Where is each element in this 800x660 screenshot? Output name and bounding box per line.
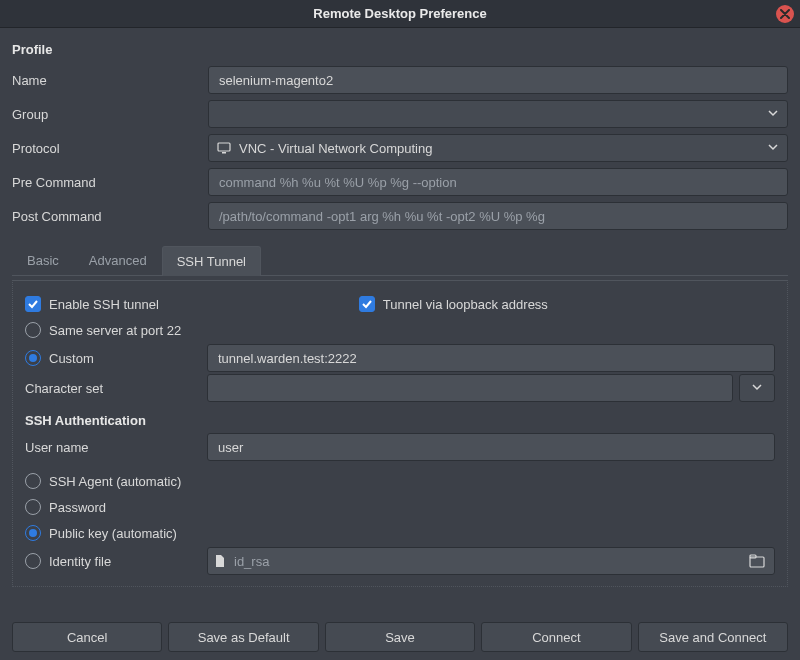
- checkmark-icon: [27, 298, 39, 310]
- password-radio[interactable]: Password: [25, 494, 775, 520]
- svg-rect-1: [222, 152, 226, 154]
- tab-advanced[interactable]: Advanced: [74, 245, 162, 275]
- loopback-label: Tunnel via loopback address: [383, 297, 548, 312]
- ssh-auth-heading: SSH Authentication: [25, 413, 775, 428]
- password-label: Password: [49, 500, 106, 515]
- tab-ssh-tunnel[interactable]: SSH Tunnel: [162, 246, 261, 276]
- charset-field[interactable]: [216, 380, 724, 397]
- post-command-label: Post Command: [12, 209, 202, 224]
- public-key-radio[interactable]: Public key (automatic): [25, 520, 775, 546]
- public-key-label: Public key (automatic): [49, 526, 177, 541]
- window-close-button[interactable]: [776, 5, 794, 23]
- protocol-value: VNC - Virtual Network Computing: [239, 141, 432, 156]
- identity-file-label: Identity file: [49, 554, 111, 569]
- same-server-radio[interactable]: Same server at port 22: [25, 317, 775, 343]
- checkmark-icon: [361, 298, 373, 310]
- titlebar: Remote Desktop Preference: [0, 0, 800, 28]
- save-as-default-button[interactable]: Save as Default: [168, 622, 318, 652]
- ssh-tunnel-panel: Enable SSH tunnel Tunnel via loopback ad…: [12, 280, 788, 587]
- window-body: Profile Name Group Protocol VNC - Virtua…: [0, 28, 800, 660]
- protocol-label: Protocol: [12, 141, 202, 156]
- enable-ssh-tunnel-label: Enable SSH tunnel: [49, 297, 159, 312]
- window-title: Remote Desktop Preference: [313, 6, 486, 21]
- identity-file-input[interactable]: id_rsa: [207, 547, 775, 575]
- tab-basic[interactable]: Basic: [12, 245, 74, 275]
- enable-ssh-tunnel-checkbox[interactable]: Enable SSH tunnel: [25, 291, 159, 317]
- name-input-field[interactable]: [217, 72, 779, 89]
- charset-label: Character set: [25, 381, 201, 396]
- charset-dropdown-button[interactable]: [739, 374, 775, 402]
- connect-button[interactable]: Connect: [481, 622, 631, 652]
- pre-command-label: Pre Command: [12, 175, 202, 190]
- custom-server-radio[interactable]: Custom: [25, 345, 201, 371]
- file-icon: [214, 554, 226, 568]
- post-command-field[interactable]: [217, 208, 779, 225]
- custom-server-field[interactable]: [216, 350, 766, 367]
- save-and-connect-button[interactable]: Save and Connect: [638, 622, 788, 652]
- tab-bar: Basic Advanced SSH Tunnel: [12, 245, 788, 276]
- loopback-checkbox[interactable]: Tunnel via loopback address: [359, 291, 548, 317]
- dialog-button-bar: Cancel Save as Default Save Connect Save…: [12, 616, 788, 652]
- identity-file-placeholder: id_rsa: [234, 554, 269, 569]
- preferences-window: Remote Desktop Preference Profile Name G…: [0, 0, 800, 660]
- chevron-down-icon: [767, 107, 779, 122]
- custom-server-input[interactable]: [207, 344, 775, 372]
- name-input[interactable]: [208, 66, 788, 94]
- svg-rect-0: [218, 143, 230, 151]
- group-select[interactable]: [208, 100, 788, 128]
- custom-server-label: Custom: [49, 351, 94, 366]
- ssh-agent-radio[interactable]: SSH Agent (automatic): [25, 468, 775, 494]
- charset-input[interactable]: [207, 374, 733, 402]
- identity-file-radio[interactable]: Identity file: [25, 548, 201, 574]
- pre-command-input[interactable]: [208, 168, 788, 196]
- folder-icon: [749, 554, 765, 568]
- identity-file-browse-button[interactable]: [746, 551, 768, 571]
- protocol-select[interactable]: VNC - Virtual Network Computing: [208, 134, 788, 162]
- chevron-down-icon: [767, 141, 779, 156]
- profile-section-heading: Profile: [12, 42, 788, 57]
- monitor-icon: [217, 141, 231, 155]
- close-icon: [780, 9, 790, 19]
- same-server-label: Same server at port 22: [49, 323, 181, 338]
- group-label: Group: [12, 107, 202, 122]
- name-label: Name: [12, 73, 202, 88]
- pre-command-field[interactable]: [217, 174, 779, 191]
- chevron-down-icon: [751, 381, 763, 396]
- save-button[interactable]: Save: [325, 622, 475, 652]
- ssh-agent-label: SSH Agent (automatic): [49, 474, 181, 489]
- post-command-input[interactable]: [208, 202, 788, 230]
- username-label: User name: [25, 440, 201, 455]
- username-field[interactable]: [216, 439, 766, 456]
- cancel-button[interactable]: Cancel: [12, 622, 162, 652]
- username-input[interactable]: [207, 433, 775, 461]
